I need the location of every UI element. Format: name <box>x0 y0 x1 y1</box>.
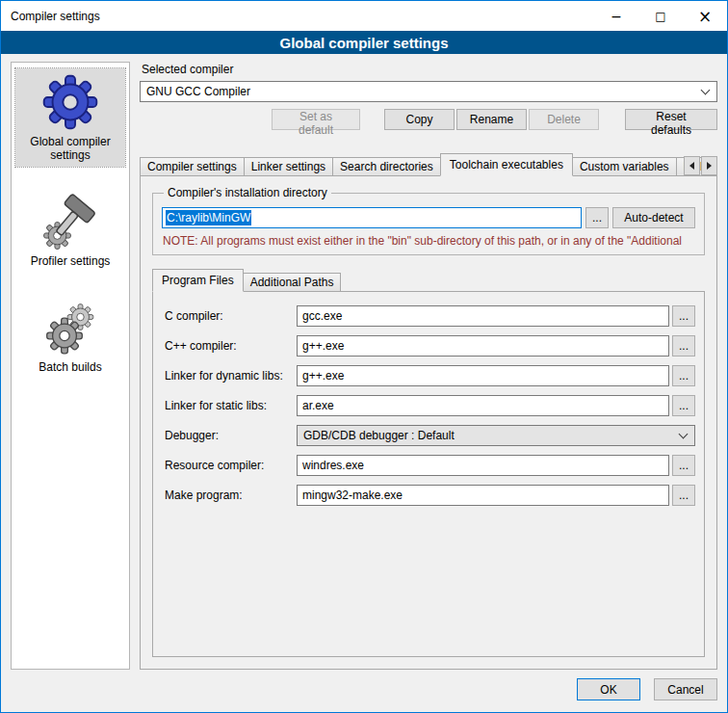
minimize-icon: − <box>611 9 622 24</box>
minimize-button[interactable]: − <box>594 1 638 31</box>
toolchain-executables-panel: Compiler's installation directory C:\ray… <box>140 175 717 670</box>
tab-search-directories[interactable]: Search directories <box>332 157 441 176</box>
installation-directory-group: Compiler's installation directory C:\ray… <box>152 186 705 255</box>
tab-linker-settings[interactable]: Linker settings <box>244 157 333 176</box>
sidebar-item-label: Batch builds <box>39 360 101 374</box>
sidebar-item-label: Global compiler settings <box>17 135 123 162</box>
set-as-default-button[interactable]: Set as default <box>272 109 360 130</box>
sidebar-item-profiler-settings[interactable]: Profiler settings <box>15 190 125 273</box>
maximize-icon: □ <box>655 10 665 23</box>
dialog-footer: OK Cancel <box>1 670 727 712</box>
linker-static-browse-button[interactable]: ... <box>672 395 695 416</box>
window-controls: − □ × <box>594 1 727 31</box>
field-label: Linker for static libs: <box>165 395 297 412</box>
titlebar: Compiler settings − □ × <box>1 1 727 31</box>
debugger-select-value: GDB/CDB debugger : Default <box>303 429 674 442</box>
cpp-compiler-browse-button[interactable]: ... <box>672 335 695 356</box>
tab-scroll-right-button[interactable] <box>701 156 717 175</box>
install-dir-browse-button[interactable]: ... <box>585 207 609 228</box>
auto-detect-button[interactable]: Auto-detect <box>612 207 695 228</box>
debugger-select[interactable]: GDB/CDB debugger : Default <box>297 425 695 446</box>
main-panel: Selected compiler GNU GCC Compiler Set a… <box>140 62 717 670</box>
selected-compiler-value: GNU GCC Compiler <box>146 85 696 98</box>
close-icon: × <box>698 7 712 26</box>
form-row-resource-compiler: Resource compiler: ... <box>165 455 695 476</box>
tab-scrollers <box>684 156 717 175</box>
close-button[interactable]: × <box>683 1 727 31</box>
sidebar-item-label: Profiler settings <box>31 254 111 268</box>
sidebar-item-global-compiler-settings[interactable]: Global compiler settings <box>15 68 125 167</box>
sidebar: Global compiler settings Profiler settin… <box>11 62 130 670</box>
field-label: Linker for dynamic libs: <box>165 365 297 383</box>
program-files-tabstrip: Program Files Additional Paths <box>152 269 705 292</box>
reset-defaults-button[interactable]: Reset defaults <box>625 109 717 130</box>
cancel-button[interactable]: Cancel <box>654 678 717 700</box>
make-program-browse-button[interactable]: ... <box>672 485 695 506</box>
resource-compiler-browse-button[interactable]: ... <box>672 455 695 476</box>
field-label: Debugger: <box>165 425 297 442</box>
installation-directory-title: Compiler's installation directory <box>164 186 331 199</box>
install-dir-selected-text: C:\raylib\MinGW <box>166 210 251 225</box>
selected-compiler-label: Selected compiler <box>142 63 717 76</box>
ok-button[interactable]: OK <box>577 678 640 700</box>
field-label: Resource compiler: <box>165 455 297 472</box>
resource-compiler-input[interactable] <box>297 455 669 476</box>
selected-compiler-select[interactable]: GNU GCC Compiler <box>140 81 717 102</box>
linker-static-input[interactable] <box>297 395 669 416</box>
maximize-button[interactable]: □ <box>638 1 683 31</box>
field-label: C compiler: <box>165 305 297 323</box>
field-label: C++ compiler: <box>165 335 297 353</box>
global-compiler-gear-icon <box>40 72 100 132</box>
arrow-right-icon <box>707 162 712 170</box>
settings-tabstrip: Compiler settings Linker settings Search… <box>140 153 717 176</box>
profiler-hammer-icon <box>41 194 99 251</box>
chevron-down-icon <box>679 429 689 438</box>
rename-button[interactable]: Rename <box>456 109 527 130</box>
install-dir-input[interactable]: C:\raylib\MinGW <box>162 207 582 228</box>
tab-toolchain-executables[interactable]: Toolchain executables <box>440 153 573 176</box>
cpp-compiler-input[interactable] <box>297 335 669 356</box>
form-row-linker-dynamic: Linker for dynamic libs: ... <box>165 365 695 386</box>
form-row-cpp-compiler: C++ compiler: ... <box>165 335 695 356</box>
chevron-down-icon <box>701 85 711 94</box>
bin-subdirectory-note: NOTE: All programs must exist either in … <box>163 234 695 248</box>
c-compiler-browse-button[interactable]: ... <box>672 305 695 327</box>
tab-custom-variables[interactable]: Custom variables <box>572 157 677 176</box>
window-title: Compiler settings <box>1 10 100 23</box>
dialog-body: Global compiler settings Profiler settin… <box>1 54 727 670</box>
tab-compiler-settings[interactable]: Compiler settings <box>140 157 245 176</box>
tab-program-files[interactable]: Program Files <box>152 269 244 292</box>
sidebar-item-batch-builds[interactable]: Batch builds <box>15 296 125 379</box>
arrow-left-icon <box>689 162 694 170</box>
form-row-make-program: Make program: ... <box>165 485 695 506</box>
tab-scroll-left-button[interactable] <box>684 156 700 175</box>
field-label: Make program: <box>165 485 297 502</box>
linker-dynamic-browse-button[interactable]: ... <box>672 365 695 386</box>
compiler-actions: Set as default Copy Rename Delete Reset … <box>140 109 717 130</box>
form-row-linker-static: Linker for static libs: ... <box>165 395 695 416</box>
make-program-input[interactable] <box>297 485 669 506</box>
form-row-debugger: Debugger: GDB/CDB debugger : Default <box>165 425 695 446</box>
compiler-settings-window: Compiler settings − □ × Global compiler … <box>0 0 728 713</box>
linker-dynamic-input[interactable] <box>297 365 669 386</box>
installation-directory-row: C:\raylib\MinGW ... Auto-detect <box>162 207 695 228</box>
batch-builds-gears-icon <box>41 300 99 357</box>
delete-button[interactable]: Delete <box>529 109 599 130</box>
program-files-panel: C compiler: ... C++ compiler: ... <box>152 291 705 657</box>
tab-additional-paths[interactable]: Additional Paths <box>243 273 342 292</box>
copy-button[interactable]: Copy <box>384 109 455 130</box>
dialog-header: Global compiler settings <box>1 31 727 54</box>
c-compiler-input[interactable] <box>297 305 669 327</box>
form-row-c-compiler: C compiler: ... <box>165 305 695 327</box>
